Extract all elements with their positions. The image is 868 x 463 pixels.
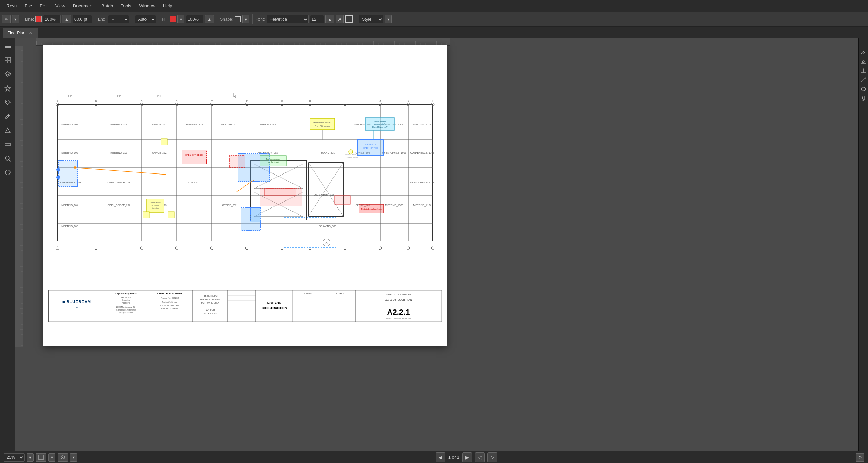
sidebar-pencil-icon[interactable] [1, 110, 14, 123]
menu-tools[interactable]: Tools [117, 2, 135, 10]
zoom-select[interactable]: 25% 50% 75% 100% [4, 453, 25, 462]
font-size-input[interactable] [310, 15, 324, 23]
svg-rect-5 [5, 61, 7, 63]
next-page-btn[interactable]: ▶ [462, 452, 472, 462]
svg-text:MEETING_1101: MEETING_1101 [413, 123, 431, 126]
svg-text:MEETING_1104: MEETING_1104 [413, 204, 431, 207]
svg-marker-8 [5, 86, 11, 91]
menu-batch[interactable]: Batch [98, 2, 116, 10]
menu-document[interactable]: Document [69, 2, 97, 10]
svg-rect-120 [250, 208, 261, 222]
fit-page-btn[interactable] [36, 453, 46, 462]
tool-dropdown-btn[interactable]: ▾ [12, 15, 19, 23]
view-mode-btn[interactable] [58, 453, 68, 462]
svg-line-10 [8, 115, 9, 116]
font-bold-btn[interactable]: A [336, 15, 344, 23]
fit-page-dropdown[interactable]: ▾ [48, 453, 55, 462]
tab-floorplan-close[interactable]: ✕ [28, 30, 33, 35]
sidebar-grid-icon[interactable] [1, 54, 14, 67]
fill-percent-up[interactable]: ▲ [205, 15, 214, 23]
canvas-area[interactable]: MEETING_101 MEETING_102 CONFERENCE_103 M… [15, 38, 858, 451]
divider-1 [22, 14, 22, 24]
svg-rect-200 [228, 290, 256, 322]
fill-dropdown[interactable]: ▾ [177, 15, 184, 23]
sidebar-layers-icon[interactable] [1, 40, 14, 53]
font-group: Font: Helvetica ▲ A [255, 15, 353, 23]
svg-text:requirements for: requirements for [374, 123, 386, 125]
menu-bar: Revu File Edit View Document Batch Tools… [0, 0, 868, 12]
menu-view[interactable]: View [52, 2, 69, 10]
svg-text:Copyright Bluebeam Software In: Copyright Bluebeam Software Inc. [385, 317, 412, 319]
style-dropdown[interactable]: ▾ [385, 15, 392, 23]
sidebar-triangle-icon[interactable] [1, 124, 14, 137]
line-width-input[interactable] [43, 15, 61, 23]
line-color-box[interactable] [35, 16, 42, 22]
sidebar-star-icon[interactable] [1, 82, 14, 95]
status-settings-btn[interactable]: ⚙ [856, 453, 864, 462]
svg-point-152 [74, 166, 76, 169]
right-markup-icon[interactable] [859, 48, 868, 57]
shape-dropdown[interactable]: ▾ [242, 15, 249, 23]
divider-2 [95, 14, 95, 24]
font-select[interactable]: Helvetica [267, 15, 309, 23]
menu-edit[interactable]: Edit [36, 2, 51, 10]
svg-text:LOBBY_803: LOBBY_803 [314, 193, 328, 196]
line-width-up[interactable]: ▲ [62, 15, 71, 23]
sidebar-tag-icon[interactable] [1, 96, 14, 109]
menu-file[interactable]: File [21, 2, 35, 10]
svg-point-116 [56, 168, 60, 171]
svg-line-224 [861, 78, 866, 82]
menu-revu[interactable]: Revu [3, 2, 20, 10]
fill-label: Fill: [162, 17, 169, 22]
svg-text:on Flooring: on Flooring [152, 205, 160, 206]
prev-page-btn[interactable]: ◀ [436, 452, 445, 462]
right-settings-icon[interactable] [859, 94, 868, 102]
font-size-up[interactable]: ▲ [325, 15, 335, 23]
svg-text:H: H [309, 100, 311, 102]
svg-text:J: J [379, 100, 381, 102]
fill-percent-input[interactable] [186, 15, 203, 23]
tool-pencil-btn[interactable]: ✏ [2, 15, 11, 23]
auto-select[interactable]: Auto [135, 15, 156, 23]
shape-box [235, 16, 241, 22]
document-page: MEETING_101 MEETING_102 CONFERENCE_103 M… [43, 45, 447, 346]
svg-text:Open Office areas?: Open Office areas? [372, 126, 387, 128]
floor-plan-drawing: MEETING_101 MEETING_102 CONFERENCE_103 M… [43, 45, 447, 346]
svg-rect-12 [5, 144, 11, 145]
sidebar-search-icon[interactable] [1, 152, 14, 165]
svg-text:OFFICE_302: OFFICE_302 [152, 151, 166, 154]
svg-rect-145 [161, 139, 167, 145]
end-select[interactable]: → [108, 15, 129, 23]
svg-text:NOT FOR: NOT FOR [206, 309, 215, 311]
auto-group: Auto [135, 15, 156, 23]
svg-text:OFFICE_N: OFFICE_N [365, 143, 376, 145]
menu-help[interactable]: Help [160, 2, 176, 10]
svg-text:MEETING_101: MEETING_101 [61, 123, 78, 126]
zoom-dropdown-btn[interactable]: ▾ [27, 453, 34, 462]
view-mode-dropdown[interactable]: ▾ [70, 453, 77, 462]
fill-color-box[interactable] [170, 16, 176, 22]
svg-text:NOT FOR: NOT FOR [267, 301, 282, 305]
tab-floorplan[interactable]: FloorPlan ✕ [3, 28, 38, 38]
next-view-btn[interactable]: ▷ [487, 452, 497, 462]
svg-rect-210 [324, 290, 356, 322]
right-panel-icon[interactable] [859, 39, 868, 48]
right-compare-icon[interactable] [859, 67, 868, 75]
svg-text:USE BY BLUEBEAM: USE BY BLUEBEAM [200, 298, 220, 300]
sidebar-ruler-icon[interactable] [1, 138, 14, 151]
right-calibrate-icon[interactable] [859, 85, 868, 93]
menu-window[interactable]: Window [136, 2, 159, 10]
right-snapshot-icon[interactable] [859, 57, 868, 66]
sidebar-stack-icon[interactable] [1, 68, 14, 81]
style-select[interactable]: Style [359, 15, 383, 23]
line-label: Line: [25, 17, 34, 22]
line-width-pt-input[interactable] [73, 15, 92, 23]
tab-floorplan-label: FloorPlan [7, 30, 25, 35]
svg-line-234 [40, 456, 42, 458]
sidebar-circle-icon[interactable] [1, 166, 14, 179]
svg-text:MEETING_601: MEETING_601 [260, 123, 276, 126]
divider-5 [217, 14, 217, 24]
right-measure-icon[interactable] [859, 76, 868, 84]
prev-view-btn[interactable]: ◁ [475, 452, 485, 462]
svg-line-18 [9, 159, 11, 161]
